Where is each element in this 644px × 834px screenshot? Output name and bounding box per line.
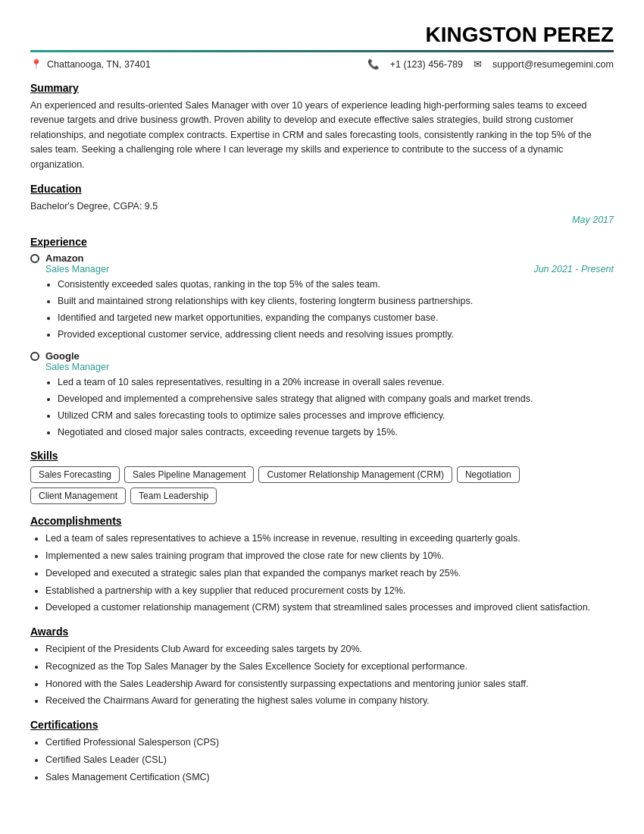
exp-title-date-google: Sales Manager bbox=[45, 362, 614, 372]
contact-location: 📍 Chattanooga, TN, 37401 bbox=[30, 58, 151, 70]
skills-title: Skills bbox=[30, 450, 614, 462]
summary-title: Summary bbox=[30, 82, 614, 94]
location-icon: 📍 bbox=[30, 58, 42, 70]
exp-jobtitle-google: Sales Manager bbox=[45, 362, 109, 372]
education-section: Education Bachelor's Degree, CGPA: 9.5 M… bbox=[30, 183, 614, 225]
exp-circle-google bbox=[30, 352, 39, 361]
experience-item-google: Google Sales Manager Led a team of 10 sa… bbox=[30, 350, 614, 439]
list-item: Recognized as the Top Sales Manager by t… bbox=[45, 660, 614, 674]
exp-date-amazon: Jun 2021 - Present bbox=[533, 264, 614, 274]
list-item: Identified and targeted new market oppor… bbox=[58, 311, 614, 325]
list-item: Implemented a new sales training program… bbox=[45, 549, 614, 563]
list-item: Negotiated and closed major sales contra… bbox=[58, 425, 614, 440]
certifications-title: Certifications bbox=[30, 719, 614, 731]
accomplishments-title: Accomplishments bbox=[30, 515, 614, 527]
certifications-section: Certifications Certified Professional Sa… bbox=[30, 719, 614, 784]
exp-header-amazon: Amazon bbox=[30, 252, 614, 264]
awards-list: Recipient of the Presidents Club Award f… bbox=[45, 642, 614, 708]
skills-container: Sales Forecasting Sales Pipeline Managem… bbox=[30, 466, 614, 504]
skills-section: Skills Sales Forecasting Sales Pipeline … bbox=[30, 450, 614, 504]
experience-section: Experience Amazon Sales Manager Jun 2021… bbox=[30, 236, 614, 439]
exp-bullets-amazon: Consistently exceeded sales quotas, rank… bbox=[58, 277, 614, 341]
list-item: Certified Professional Salesperson (CPS) bbox=[45, 735, 614, 750]
exp-bullets-google: Led a team of 10 sales representatives, … bbox=[58, 375, 614, 439]
education-date: May 2017 bbox=[572, 215, 614, 225]
list-item: Developed and executed a strategic sales… bbox=[45, 566, 614, 581]
experience-item-amazon: Amazon Sales Manager Jun 2021 - Present … bbox=[30, 252, 614, 341]
education-title: Education bbox=[30, 183, 614, 195]
contact-bar: 📍 Chattanooga, TN, 37401 📞 +1 (123) 456-… bbox=[30, 58, 614, 70]
summary-text: An experienced and results-oriented Sale… bbox=[30, 99, 614, 172]
education-row: Bachelor's Degree, CGPA: 9.5 bbox=[30, 199, 614, 214]
list-item: Led a team of 10 sales representatives, … bbox=[58, 375, 614, 390]
list-item: Developed and implemented a comprehensiv… bbox=[58, 392, 614, 406]
list-item: Consistently exceeded sales quotas, rank… bbox=[58, 277, 614, 292]
exp-title-date-amazon: Sales Manager Jun 2021 - Present bbox=[45, 264, 614, 274]
certifications-list: Certified Professional Salesperson (CPS)… bbox=[45, 735, 614, 784]
location-text: Chattanooga, TN, 37401 bbox=[47, 59, 151, 70]
resume-name: KINGSTON PEREZ bbox=[30, 23, 614, 47]
list-item: Built and maintained strong relationship… bbox=[58, 294, 614, 309]
phone-icon: 📞 bbox=[367, 58, 380, 70]
skill-badge: Team Leadership bbox=[130, 488, 217, 504]
phone-text: +1 (123) 456-789 bbox=[390, 59, 463, 70]
exp-header-google: Google bbox=[30, 350, 614, 362]
education-degree: Bachelor's Degree, CGPA: 9.5 bbox=[30, 199, 158, 214]
list-item: Provided exceptional customer service, a… bbox=[58, 328, 614, 342]
exp-jobtitle-amazon: Sales Manager bbox=[45, 264, 109, 274]
list-item: Certified Sales Leader (CSL) bbox=[45, 753, 614, 767]
list-item: Received the Chairmans Award for generat… bbox=[45, 694, 614, 708]
list-item: Led a team of sales representatives to a… bbox=[45, 531, 614, 546]
skill-badge: Client Management bbox=[30, 488, 126, 504]
accomplishments-list: Led a team of sales representatives to a… bbox=[45, 531, 614, 615]
list-item: Recipient of the Presidents Club Award f… bbox=[45, 642, 614, 657]
skill-badge: Sales Pipeline Management bbox=[124, 466, 254, 483]
awards-section: Awards Recipient of the Presidents Club … bbox=[30, 626, 614, 708]
list-item: Developed a customer relationship manage… bbox=[45, 600, 614, 615]
email-text: support@resumegemini.com bbox=[492, 59, 614, 70]
summary-section: Summary An experienced and results-orien… bbox=[30, 82, 614, 172]
accomplishments-section: Accomplishments Led a team of sales repr… bbox=[30, 515, 614, 615]
exp-company-google: Google bbox=[45, 350, 80, 362]
experience-title: Experience bbox=[30, 236, 614, 248]
skill-badge: Negotiation bbox=[457, 466, 520, 483]
contact-right: 📞 +1 (123) 456-789 ✉ support@resumegemin… bbox=[367, 58, 614, 70]
list-item: Established a partnership with a key sup… bbox=[45, 584, 614, 598]
awards-title: Awards bbox=[30, 626, 614, 638]
exp-circle-amazon bbox=[30, 254, 39, 263]
list-item: Sales Management Certification (SMC) bbox=[45, 770, 614, 785]
list-item: Honored with the Sales Leadership Award … bbox=[45, 677, 614, 691]
header-divider bbox=[30, 50, 614, 52]
list-item: Utilized CRM and sales forecasting tools… bbox=[58, 409, 614, 423]
email-icon: ✉ bbox=[474, 58, 482, 70]
exp-company-amazon: Amazon bbox=[45, 252, 84, 264]
skill-badge: Customer Relationship Management (CRM) bbox=[258, 466, 452, 483]
skill-badge: Sales Forecasting bbox=[30, 466, 120, 483]
